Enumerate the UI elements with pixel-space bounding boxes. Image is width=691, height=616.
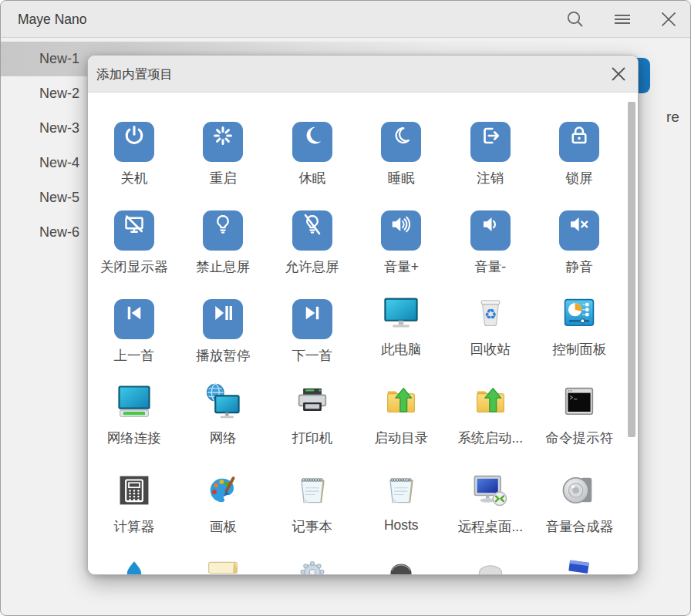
sidebar-item-label: New-2 bbox=[39, 86, 79, 101]
grid-item[interactable]: 控制面板 bbox=[535, 293, 625, 382]
logout-icon bbox=[470, 122, 511, 162]
grid-item[interactable]: 启动目录 bbox=[357, 382, 447, 470]
grid-item-partial[interactable] bbox=[268, 559, 357, 574]
grid-item-label: 下一首 bbox=[268, 346, 357, 365]
grid-item[interactable]: Hosts bbox=[357, 470, 447, 559]
startup-folder-icon bbox=[470, 382, 511, 422]
grid-item[interactable]: 记事本 bbox=[268, 470, 357, 559]
grid-item-label: 睡眠 bbox=[357, 169, 447, 187]
dome-dark-icon bbox=[381, 559, 421, 574]
display-off-icon bbox=[114, 210, 154, 251]
lightbulb-icon bbox=[203, 210, 243, 251]
grid-item[interactable]: 允许息屏 bbox=[268, 204, 357, 293]
grid-item-partial[interactable] bbox=[357, 559, 447, 574]
grid-item-label: 记事本 bbox=[268, 517, 357, 536]
grid-item[interactable]: 锁屏 bbox=[535, 116, 625, 204]
grid-item-label: 打印机 bbox=[268, 429, 357, 447]
grid-item[interactable]: 远程桌面... bbox=[446, 470, 535, 559]
grid-item-label: Hosts bbox=[357, 517, 447, 534]
scrollbar-thumb[interactable] bbox=[628, 102, 635, 437]
partial-background-text: re bbox=[666, 109, 679, 126]
search-icon[interactable] bbox=[565, 9, 585, 29]
grid-item-label: 系统启动... bbox=[446, 429, 535, 447]
grid-item-label: 关机 bbox=[89, 169, 179, 187]
printer-icon bbox=[292, 382, 332, 422]
grid-item-label: 此电脑 bbox=[357, 340, 447, 358]
recycle-bin-icon: ♻ bbox=[470, 293, 511, 333]
drop-icon bbox=[114, 559, 154, 574]
grid-item-partial[interactable] bbox=[535, 559, 625, 574]
grid-item[interactable]: 打印机 bbox=[268, 382, 357, 470]
network-connection-icon bbox=[114, 382, 154, 422]
grid-item-label: 网络 bbox=[179, 429, 268, 447]
grid-item-partial[interactable] bbox=[179, 559, 268, 574]
grid-item[interactable]: 网络连接 bbox=[89, 382, 179, 470]
grid-item-label: 播放暂停 bbox=[179, 346, 268, 365]
add-builtin-items-dialog: 添加内置项目 关机重启休眠睡眠注销锁屏关闭显示器禁止息屏允许息屏音量+音量-静音… bbox=[87, 55, 639, 575]
grid-item[interactable]: 网络 bbox=[179, 382, 268, 470]
cmd-icon bbox=[559, 382, 599, 422]
startup-folder-icon bbox=[381, 382, 421, 422]
close-icon[interactable] bbox=[659, 9, 679, 29]
control-panel-icon bbox=[559, 293, 599, 333]
menu-icon[interactable] bbox=[612, 9, 632, 29]
grid-item[interactable]: 重启 bbox=[179, 116, 268, 204]
sidebar-item-label: New-3 bbox=[39, 120, 79, 136]
grid-item-label: 关闭显示器 bbox=[89, 258, 179, 276]
grid-item-label: 音量合成器 bbox=[535, 517, 625, 536]
grid-item-label: 注销 bbox=[446, 169, 535, 187]
dialog-title: 添加内置项目 bbox=[96, 56, 173, 93]
grid-item[interactable]: 播放暂停 bbox=[179, 293, 268, 382]
hibernate-moon-icon bbox=[292, 122, 332, 162]
grid-item-label: 画板 bbox=[179, 517, 268, 536]
restart-icon bbox=[203, 122, 243, 162]
svg-text:♻: ♻ bbox=[484, 306, 497, 322]
grid-item[interactable]: 音量+ bbox=[357, 204, 447, 293]
sidebar-item-label: New-4 bbox=[39, 155, 79, 170]
grid-item[interactable]: 睡眠 bbox=[357, 116, 447, 204]
volume-up-icon bbox=[381, 210, 421, 251]
grid-item[interactable]: 计算器 bbox=[89, 470, 179, 559]
grid-item[interactable]: 上一首 bbox=[89, 293, 179, 382]
grid-item-label: 允许息屏 bbox=[268, 258, 357, 276]
volume-mixer-icon bbox=[559, 470, 599, 510]
grid-item[interactable]: 此电脑 bbox=[357, 293, 447, 382]
grid-item[interactable]: 静音 bbox=[535, 204, 625, 293]
builtin-items-grid: 关机重启休眠睡眠注销锁屏关闭显示器禁止息屏允许息屏音量+音量-静音上一首播放暂停… bbox=[89, 116, 624, 574]
grid-item[interactable]: 休眠 bbox=[268, 116, 357, 204]
grid-item[interactable]: 下一首 bbox=[268, 293, 357, 382]
dialog-close-icon[interactable] bbox=[608, 64, 629, 84]
grid-item[interactable]: 关机 bbox=[89, 116, 179, 204]
gear-icon bbox=[292, 559, 332, 574]
mute-icon bbox=[559, 210, 599, 251]
grid-item-label: 静音 bbox=[535, 258, 625, 276]
lightbulb-off-icon bbox=[292, 210, 332, 251]
app-window: New-1New-2New-3New-4New-5New-6 re Maye N… bbox=[0, 0, 691, 616]
grid-item-partial[interactable] bbox=[446, 559, 535, 574]
grid-item[interactable]: 禁止息屏 bbox=[179, 204, 268, 293]
grid-item[interactable]: 音量合成器 bbox=[535, 470, 625, 559]
sidebar-item-label: New-1 bbox=[39, 51, 79, 66]
grid-item[interactable]: 画板 bbox=[179, 470, 268, 559]
remote-desktop-icon bbox=[470, 470, 511, 510]
power-icon bbox=[114, 122, 154, 162]
grid-item-label: 网络连接 bbox=[89, 429, 179, 447]
grid-item-label: 上一首 bbox=[89, 346, 179, 365]
grid-item[interactable]: 注销 bbox=[446, 116, 535, 204]
network-icon bbox=[203, 382, 243, 422]
sleep-moon-icon bbox=[381, 122, 421, 162]
grid-item-label: 控制面板 bbox=[535, 340, 625, 358]
grid-item-label: 命令提示符 bbox=[535, 429, 625, 447]
grid-item-partial[interactable] bbox=[89, 559, 179, 574]
grid-item[interactable]: 系统启动... bbox=[446, 382, 535, 470]
grid-item[interactable]: 音量- bbox=[446, 204, 535, 293]
volume-down-icon bbox=[470, 210, 511, 251]
grid-item[interactable]: ♻回收站 bbox=[446, 293, 535, 382]
grid-item[interactable]: 命令提示符 bbox=[535, 382, 625, 470]
note-icon bbox=[203, 559, 243, 574]
grid-item[interactable]: 关闭显示器 bbox=[89, 204, 179, 293]
grid-item-label: 音量- bbox=[446, 258, 535, 276]
grid-item-label: 锁屏 bbox=[535, 169, 625, 187]
dialog-body: 关机重启休眠睡眠注销锁屏关闭显示器禁止息屏允许息屏音量+音量-静音上一首播放暂停… bbox=[88, 93, 638, 574]
window-title: Maye Nano bbox=[18, 1, 87, 38]
